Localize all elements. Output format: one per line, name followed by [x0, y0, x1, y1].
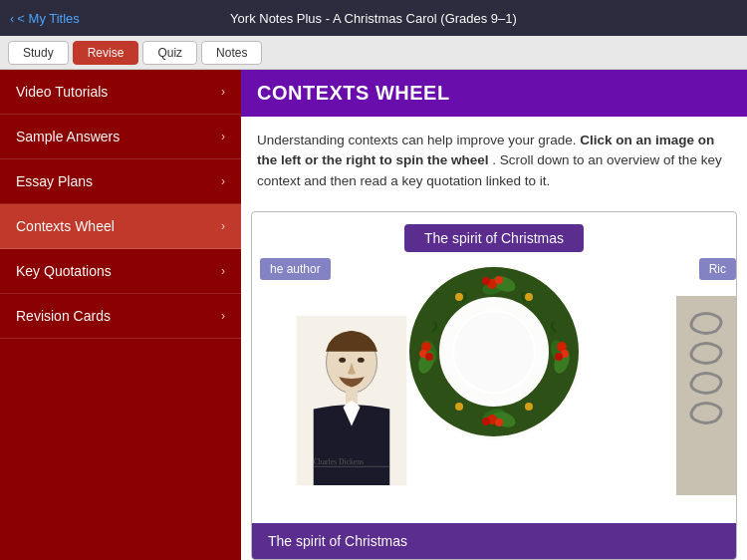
back-label[interactable]: < My Titles [17, 11, 80, 26]
svg-point-3 [358, 358, 365, 363]
content-description: Understanding contexts can help improve … [241, 117, 747, 201]
chevron-icon-0: › [221, 85, 225, 99]
chevron-icon-4: › [221, 264, 225, 278]
right-image[interactable] [676, 282, 736, 509]
sidebar-label-contexts-wheel: Contexts Wheel [16, 218, 115, 234]
svg-point-25 [482, 418, 490, 425]
svg-point-28 [425, 353, 433, 361]
svg-rect-35 [676, 296, 736, 495]
wreath-svg [404, 262, 584, 441]
top-bar: ‹ < My Titles York Notes Plus - A Christ… [0, 0, 747, 36]
svg-point-32 [525, 403, 533, 411]
tab-bar: Study Revise Quiz Notes [0, 36, 747, 70]
wheel-bottom-label: The spirit of Christmas [252, 523, 736, 559]
wheel-right-label-text: Ric [709, 262, 726, 276]
wheel-top-label: The spirit of Christmas [404, 224, 584, 252]
wheel-top-label-text: The spirit of Christmas [424, 230, 564, 246]
wheel-left-label[interactable]: he author [260, 258, 331, 280]
svg-point-19 [482, 277, 490, 285]
sidebar-label-video-tutorials: Video Tutorials [16, 84, 108, 100]
tab-notes[interactable]: Notes [201, 41, 262, 65]
svg-point-31 [455, 403, 463, 411]
sidebar-label-sample-answers: Sample Answers [16, 129, 120, 144]
portrait-svg: Charles Dickens [287, 306, 416, 485]
wheel-bottom-label-text: The spirit of Christmas [268, 533, 407, 549]
sidebar-label-essay-plans: Essay Plans [16, 173, 93, 189]
content-area: CONTEXTS WHEEL Understanding contexts ca… [241, 70, 747, 560]
sidebar-label-revision-cards: Revision Cards [16, 308, 111, 324]
tab-revise[interactable]: Revise [73, 41, 139, 65]
svg-point-22 [555, 353, 563, 361]
wheel-container[interactable]: The spirit of Christmas he author Ric [251, 211, 737, 560]
content-title: CONTEXTS WHEEL [257, 82, 731, 105]
back-button[interactable]: ‹ < My Titles [10, 11, 80, 26]
tab-study[interactable]: Study [8, 41, 69, 65]
svg-point-30 [525, 293, 533, 301]
chevron-icon-1: › [221, 130, 225, 143]
main-layout: Video Tutorials › Sample Answers › Essay… [0, 70, 747, 560]
wheel-right-label[interactable]: Ric [699, 258, 736, 280]
svg-point-2 [339, 358, 346, 363]
svg-point-24 [495, 419, 503, 426]
wheel-inner: The spirit of Christmas he author Ric [252, 212, 736, 559]
svg-text:Charles Dickens: Charles Dickens [314, 457, 364, 466]
wheel-left-label-text: he author [270, 262, 321, 276]
right-strip-svg [676, 296, 736, 495]
chevron-icon-5: › [221, 309, 225, 323]
chevron-icon-2: › [221, 174, 225, 188]
svg-point-34 [454, 312, 534, 392]
svg-point-29 [455, 293, 463, 301]
chevron-icon-3: › [221, 219, 225, 233]
svg-point-18 [495, 276, 503, 284]
sidebar-item-video-tutorials[interactable]: Video Tutorials › [0, 70, 241, 115]
sidebar: Video Tutorials › Sample Answers › Essay… [0, 70, 241, 560]
sidebar-item-sample-answers[interactable]: Sample Answers › [0, 115, 241, 159]
sidebar-item-contexts-wheel[interactable]: Contexts Wheel › [0, 204, 241, 249]
sidebar-item-revision-cards[interactable]: Revision Cards › [0, 294, 241, 339]
sidebar-item-essay-plans[interactable]: Essay Plans › [0, 159, 241, 204]
back-icon: ‹ [10, 11, 14, 26]
content-header: CONTEXTS WHEEL [241, 70, 747, 117]
sidebar-label-key-quotations: Key Quotations [16, 263, 112, 279]
center-wreath-image[interactable] [404, 262, 584, 441]
sidebar-item-key-quotations[interactable]: Key Quotations › [0, 249, 241, 294]
tab-quiz[interactable]: Quiz [142, 41, 197, 65]
page-title: York Notes Plus - A Christmas Carol (Gra… [230, 11, 517, 26]
description-intro: Understanding contexts can help improve … [257, 133, 576, 147]
